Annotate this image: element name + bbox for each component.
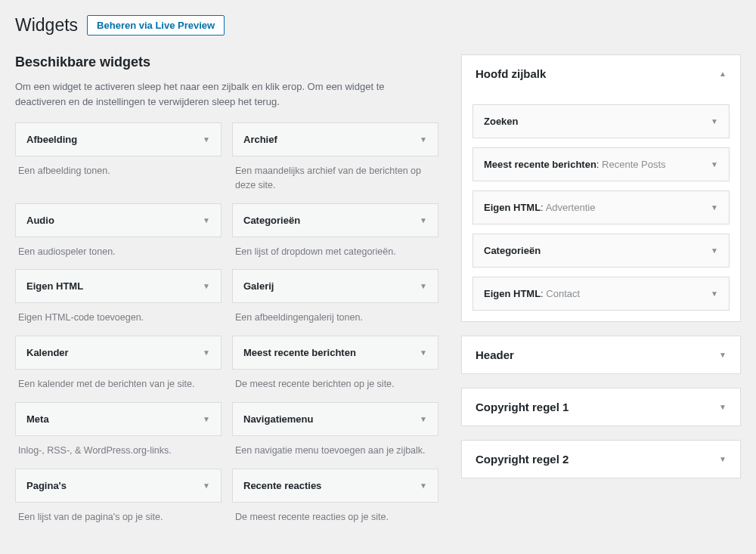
sidebar-header-title: Header [476,348,514,361]
sidebar-copyright-1: Copyright regel 1 ▼ [461,388,741,426]
sidebar-copyright-2: Copyright regel 2 ▼ [461,440,741,478]
available-widget: Recente reacties▼De meest recente reacti… [232,469,438,525]
available-widget: Afbeelding▼Een afbeelding tonen. [15,122,222,193]
chevron-down-icon: ▼ [203,481,210,490]
available-widget-toggle[interactable]: Archief▼ [232,122,438,156]
chevron-down-icon: ▼ [420,415,427,423]
available-widget-description: Een maandelijks archief van de berichten… [232,156,438,193]
chevron-down-icon: ▼ [719,351,727,359]
chevron-up-icon: ▲ [719,70,727,78]
chevron-down-icon: ▼ [711,117,718,125]
live-preview-button[interactable]: Beheren via Live Preview [87,15,225,36]
available-widget: Navigatiemenu▼Een navigatie menu toevoeg… [232,402,438,458]
sidebar-copyright-2-toggle[interactable]: Copyright regel 2 ▼ [462,441,740,478]
sidebar-main-title: Hoofd zijbalk [476,67,546,80]
available-widget: Meest recente berichten▼De meest recente… [232,336,438,392]
placed-widget-label: Categorieën [484,245,541,256]
sidebar-copyright-2-title: Copyright regel 2 [476,453,569,466]
available-widget-title: Pagina's [26,480,67,491]
chevron-down-icon: ▼ [420,216,427,224]
available-widget-toggle[interactable]: Meest recente berichten▼ [232,336,438,370]
chevron-down-icon: ▼ [711,246,718,255]
placed-widget[interactable]: Meest recente berichten: Recente Posts▼ [472,147,730,181]
available-widget-description: Inlog-, RSS-, & WordPress.org-links. [15,436,222,458]
sidebar-header: Header ▼ [461,336,741,374]
available-widget-toggle[interactable]: Galerij▼ [232,269,438,303]
chevron-down-icon: ▼ [203,348,210,357]
available-widget-toggle[interactable]: Navigatiemenu▼ [232,402,438,436]
available-widget-title: Eigen HTML [26,280,83,292]
available-widget-toggle[interactable]: Kalender▼ [15,336,222,370]
available-widget-description: Een lijst of dropdown met categorieën. [232,237,438,259]
placed-widget[interactable]: Categorieën▼ [472,234,730,268]
available-widget-description: De meest recente reacties op je site. [232,503,438,525]
placed-widget[interactable]: Eigen HTML: Contact▼ [472,277,730,311]
chevron-down-icon: ▼ [203,282,210,290]
available-widget-title: Kalender [26,347,69,358]
available-widget-toggle[interactable]: Audio▼ [15,203,222,237]
available-widget-title: Navigatiemenu [243,413,313,425]
chevron-down-icon: ▼ [420,135,427,144]
placed-widget-label: Zoeken [484,116,519,127]
available-widget-title: Categorieën [243,215,300,226]
available-widget-title: Meta [26,413,49,425]
available-widget-toggle[interactable]: Afbeelding▼ [15,122,222,156]
available-widget-description: Een afbeeldingengalerij tonen. [232,303,438,325]
sidebar-header-toggle[interactable]: Header ▼ [462,336,740,373]
available-widget: Meta▼Inlog-, RSS-, & WordPress.org-links… [15,402,222,458]
available-widget-title: Afbeelding [26,134,77,145]
available-widgets-description: Om een widget te activeren sleep het naa… [15,79,423,109]
chevron-down-icon: ▼ [711,160,718,169]
chevron-down-icon: ▼ [203,216,210,224]
chevron-down-icon: ▼ [203,415,210,423]
chevron-down-icon: ▼ [420,348,427,357]
chevron-down-icon: ▼ [420,282,427,290]
available-widget-description: Een kalender met de berichten van je sit… [15,370,222,392]
available-widget-title: Meest recente berichten [243,347,356,358]
chevron-down-icon: ▼ [711,203,718,212]
available-widget-toggle[interactable]: Eigen HTML▼ [15,269,222,303]
available-widget-description: De meest recente berichten op je site. [232,370,438,392]
available-widget-toggle[interactable]: Categorieën▼ [232,203,438,237]
available-widget-title: Galerij [243,280,274,292]
available-widget: Archief▼Een maandelijks archief van de b… [232,122,438,193]
available-widget-toggle[interactable]: Pagina's▼ [15,469,222,503]
available-widget: Categorieën▼Een lijst of dropdown met ca… [232,203,438,259]
available-widgets-title: Beschikbare widgets [15,54,438,70]
available-widget-description: Een audiospeler tonen. [15,237,222,259]
available-widget-title: Audio [26,215,54,226]
placed-widget-label: Eigen HTML: Contact [484,288,580,299]
available-widget: Galerij▼Een afbeeldingengalerij tonen. [232,269,438,325]
chevron-down-icon: ▼ [203,135,210,144]
placed-widget-label: Meest recente berichten: Recente Posts [484,159,666,170]
placed-widget[interactable]: Zoeken▼ [472,104,730,138]
available-widget-title: Recente reacties [243,480,321,491]
sidebar-copyright-1-title: Copyright regel 1 [476,401,569,413]
sidebar-main: Hoofd zijbalk ▲ Zoeken▼Meest recente ber… [461,54,741,322]
page-title: Widgets [15,15,78,36]
sidebar-copyright-1-toggle[interactable]: Copyright regel 1 ▼ [462,388,740,426]
available-widget: Audio▼Een audiospeler tonen. [15,203,222,259]
placed-widget[interactable]: Eigen HTML: Advertentie▼ [472,190,730,224]
available-widget-description: Eigen HTML-code toevoegen. [15,303,222,325]
chevron-down-icon: ▼ [719,455,727,463]
available-widget: Pagina's▼Een lijst van de pagina's op je… [15,469,222,525]
available-widget-toggle[interactable]: Meta▼ [15,402,222,436]
sidebar-main-toggle[interactable]: Hoofd zijbalk ▲ [462,55,740,92]
available-widget-toggle[interactable]: Recente reacties▼ [232,469,438,503]
available-widget-description: Een navigatie menu toevoegen aan je zijb… [232,436,438,458]
available-widget: Eigen HTML▼Eigen HTML-code toevoegen. [15,269,222,325]
chevron-down-icon: ▼ [711,289,718,298]
placed-widget-label: Eigen HTML: Advertentie [484,202,595,213]
chevron-down-icon: ▼ [719,403,727,411]
available-widget: Kalender▼Een kalender met de berichten v… [15,336,222,392]
available-widget-description: Een lijst van de pagina's op je site. [15,503,222,525]
chevron-down-icon: ▼ [420,481,427,490]
available-widget-title: Archief [243,134,277,145]
available-widget-description: Een afbeelding tonen. [15,156,222,178]
